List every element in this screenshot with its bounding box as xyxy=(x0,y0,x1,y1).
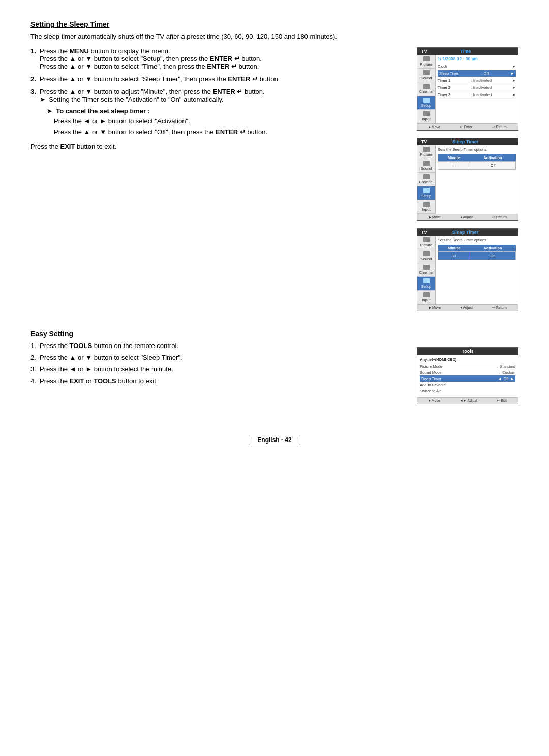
intro-text: The sleep timer automatically shuts off … xyxy=(30,33,518,40)
sp2-channel-icon xyxy=(423,265,430,270)
anynet-label: Anynet+(HDMI-CEC) xyxy=(420,356,515,363)
sound-icon xyxy=(423,70,430,75)
easy-layout: 1. Press the TOOLS button on the remote … xyxy=(30,342,518,404)
time-panel: TV Time Picture Sound xyxy=(417,47,518,131)
sp2-picture-icon xyxy=(423,237,430,242)
time-panel-footer: ♦ Move ↵ Enter ↩ Return xyxy=(417,123,518,130)
easy-step-4: 4. Press the EXIT or TOOLS button to exi… xyxy=(30,377,402,385)
sp2-sound: Sound xyxy=(417,249,435,263)
switch-to-air-row: Switch to Air xyxy=(420,388,515,394)
tools-panel-body: Anynet+(HDMI-CEC) Picture Mode : Standar… xyxy=(417,355,518,395)
sleep-timer-tools-row: Sleep Timer ◄ Off ► xyxy=(420,375,515,382)
picture-mode-row: Picture Mode : Standard xyxy=(420,363,515,369)
sleep-panel2-tv-label: TV xyxy=(421,230,428,235)
val-minute-2: 30 xyxy=(438,252,470,260)
sleep-panel1-desc: Sets the Seelp Timer options. xyxy=(438,147,516,152)
sp1-setup-icon xyxy=(423,188,430,193)
sleep-panel2-footer: ▶ Move ♦ Adjust ↩ Return xyxy=(417,304,518,311)
sleep-panel1-main: Sets the Seelp Timer options. Minute Act… xyxy=(436,145,518,214)
timer2-row: Timer 2 : Inactivated ► xyxy=(438,84,516,91)
sidebar-channel: Channel xyxy=(417,82,435,96)
right-column: TV Time Picture Sound xyxy=(417,47,518,314)
col-minute-1: Minute xyxy=(438,154,470,162)
easy-step-1-content: Press the TOOLS button on the remote con… xyxy=(40,342,402,350)
sound-mode-row: Sound Mode : Custom xyxy=(420,369,515,375)
section-title: Setting the Sleep Timer xyxy=(30,20,518,28)
easy-step-num-4: 4. xyxy=(30,377,40,385)
step-3: 3. Press the ▲ or ▼ button to adjust "Mi… xyxy=(30,88,402,138)
sleep-timer-row: Sleep Timer : Off ► xyxy=(438,70,516,77)
step-num-1: 1. xyxy=(30,47,40,70)
col-minute-2: Minute xyxy=(438,245,470,252)
picture-icon xyxy=(423,56,430,61)
sp2-input-icon xyxy=(423,292,430,297)
val-activation-2: On xyxy=(470,252,515,260)
auto-on-note: ➤ Setting the Timer sets the "Activation… xyxy=(40,96,224,103)
input-icon xyxy=(423,111,430,116)
sp1-setup: Setup xyxy=(417,186,435,200)
sp1-sound: Sound xyxy=(417,159,435,173)
step-num-3: 3. xyxy=(30,88,40,138)
sp1-input: Input xyxy=(417,200,435,214)
sound-mode-label: Sound Mode xyxy=(420,370,442,375)
easy-step-num-1: 1. xyxy=(30,342,40,350)
main-layout: 1. Press the MENU button to display the … xyxy=(30,47,518,314)
sleep-panel1-table: Minute Activation --- Off xyxy=(438,154,516,170)
sp1-channel-icon xyxy=(423,174,430,179)
easy-left: 1. Press the TOOLS button on the remote … xyxy=(30,342,402,404)
sleep-panel1-sidebar: Picture Sound Channel xyxy=(417,145,436,214)
time-panel-main: 1/ 1/2008 12 : 00 am Clock ► Sleep Timer… xyxy=(436,55,518,123)
sleep-panel1-body: Picture Sound Channel xyxy=(417,145,518,214)
tools-panel-header: Tools xyxy=(417,348,518,355)
sp2-input: Input xyxy=(417,291,435,304)
sidebar-setup: Setup xyxy=(417,96,435,110)
time-panel-header: TV Time xyxy=(417,48,518,55)
easy-step-4-content: Press the EXIT or TOOLS button to exit. xyxy=(40,377,402,385)
easy-step-1: 1. Press the TOOLS button on the remote … xyxy=(30,342,402,350)
page-content: Setting the Sleep Timer The sleep timer … xyxy=(30,20,518,445)
sp1-picture-icon xyxy=(423,147,430,152)
sleep-panel-2: TV Sleep Timer Picture Sound xyxy=(417,228,518,311)
cancel-block: ➤ To cancel the set sleep timer : Press … xyxy=(47,107,402,138)
page-footer: English - 42 xyxy=(30,435,518,445)
step-2-content: Press the ▲ or ▼ button to select "Sleep… xyxy=(40,75,402,83)
col-activation-2: Activation xyxy=(470,245,515,252)
clock-row: Clock ► xyxy=(438,63,516,70)
sleep-panel1-footer: ▶ Move ♦ Adjust ↩ Return xyxy=(417,214,518,220)
cancel-title: ➤ To cancel the set sleep timer : xyxy=(47,107,402,115)
step-1: 1. Press the MENU button to display the … xyxy=(30,47,402,70)
val-activation-1: Off xyxy=(470,162,515,170)
sleep-panel2-header: TV Sleep Timer xyxy=(417,229,518,236)
sleep-panel2-sidebar: Picture Sound Channel xyxy=(417,236,436,304)
tools-panel-footer: ♦ Move ◄► Adjust ↩ Exit xyxy=(417,397,518,404)
easy-step-2-content: Press the ▲ or ▼ button to select "Sleep… xyxy=(40,354,402,361)
channel-icon xyxy=(423,84,430,89)
sleep-panel1-title: Sleep Timer xyxy=(428,139,504,144)
timer3-row: Timer 3 : Inactivated ► xyxy=(438,91,516,99)
col-activation-1: Activation xyxy=(470,154,515,162)
sleep-panel-1: TV Sleep Timer Picture Sound xyxy=(417,138,518,221)
easy-step-num-3: 3. xyxy=(30,365,40,373)
page-number: English - 42 xyxy=(249,435,300,445)
exit-line: Press the EXIT button to exit. xyxy=(30,143,402,150)
easy-step-3-content: Press the ◄ or ► button to select the mi… xyxy=(40,365,402,373)
sp2-setup: Setup xyxy=(417,277,435,291)
sleep-panel2-title: Sleep Timer xyxy=(428,230,504,235)
easy-setting-section: Easy Setting 1. Press the TOOLS button o… xyxy=(30,330,518,404)
sidebar-picture: Picture xyxy=(417,55,435,69)
sp2-sound-icon xyxy=(423,251,430,256)
sleep-panel2-table: Minute Activation 30 On xyxy=(438,245,516,260)
sp2-setup-icon xyxy=(423,278,430,284)
sp1-channel: Channel xyxy=(417,173,435,186)
sleep-timer-tools-value: ◄ Off ► xyxy=(498,376,514,381)
sleep-panel1-header: TV Sleep Timer xyxy=(417,138,518,145)
setup-icon xyxy=(423,98,430,103)
sleep-panel2-main: Sets the Seelp Timer options. Minute Act… xyxy=(436,236,518,304)
easy-step-2: 2. Press the ▲ or ▼ button to select "Sl… xyxy=(30,354,402,361)
picture-mode-value: : Standard xyxy=(497,364,515,369)
sleep-panel1-tv-label: TV xyxy=(421,139,428,144)
sp1-sound-icon xyxy=(423,161,430,166)
tools-panel: Tools Anynet+(HDMI-CEC) Picture Mode : S… xyxy=(417,347,518,404)
time-panel-body: Picture Sound Channel xyxy=(417,55,518,123)
time-panel-tv-label: TV xyxy=(421,49,428,54)
